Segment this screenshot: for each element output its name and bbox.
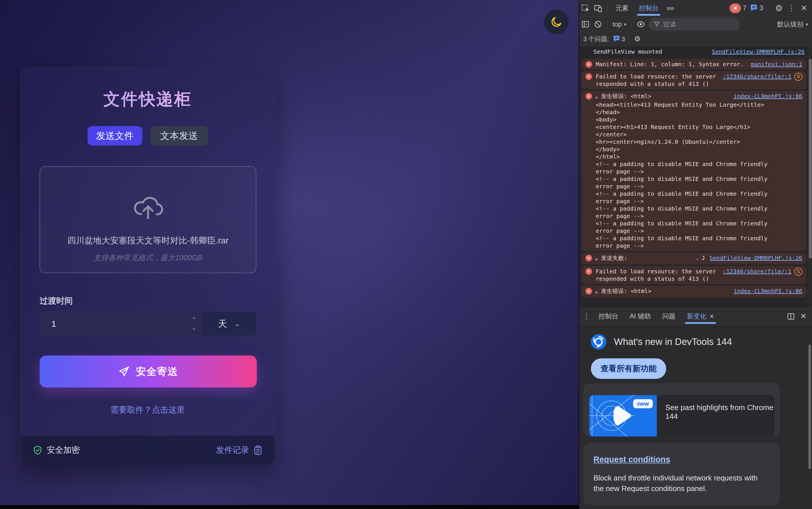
duration-label: 过渡时间 xyxy=(40,295,73,307)
tab-send-text[interactable]: 文本发送 xyxy=(150,126,208,145)
cloud-upload-icon xyxy=(131,184,166,227)
drawer-tab-console[interactable]: 控制台 xyxy=(593,308,624,324)
drawer-tab-whats-new[interactable]: 新变化 ✕ xyxy=(681,308,720,324)
console-filter[interactable] xyxy=(649,18,740,31)
pickup-link[interactable]: 需要取件？点击这里 xyxy=(21,404,275,416)
see-all-features-button[interactable]: 查看所有新功能 xyxy=(591,359,666,379)
whats-new-title: What's new in DevTools 144 xyxy=(614,336,732,347)
live-expression-eye-icon[interactable] xyxy=(635,18,647,31)
device-toolbar-icon[interactable] xyxy=(592,2,604,14)
chrome-logo-icon xyxy=(590,334,607,350)
more-tabs-icon[interactable]: »» xyxy=(664,4,676,12)
chevron-down-icon: ▾ xyxy=(624,22,626,27)
console-message-text: Manifest: Line: 1, column: 1, Syntax err… xyxy=(596,61,746,68)
toolbar-separator xyxy=(770,4,770,13)
send-records-link[interactable]: 发件记录 xyxy=(216,444,262,456)
duration-unit-select[interactable]: 天 ⌄ xyxy=(202,312,257,336)
source-link[interactable]: index-CL9mnhPI.js:86 xyxy=(734,287,802,295)
tab-send-file[interactable]: 发送文件 xyxy=(88,126,142,145)
drawer-kebab-menu-icon[interactable]: ⋮ xyxy=(580,310,593,323)
source-link[interactable]: manifest.json:1 xyxy=(751,61,802,68)
whats-new-panel: What's new in DevTools 144 查看所有新功能 new xyxy=(579,325,812,509)
drawer-tab-ai[interactable]: AI 辅助 xyxy=(624,308,656,324)
clear-console-icon[interactable] xyxy=(592,18,604,31)
toolbar-separator xyxy=(607,4,607,13)
send-button-label: 安全寄送 xyxy=(136,365,178,378)
mode-tabs: 发送文件 文本发送 xyxy=(21,126,275,145)
error-count-badge[interactable]: ✕ xyxy=(730,3,741,13)
console-message-line: <body> xyxy=(596,116,785,123)
issues-bar-count: 3 xyxy=(621,35,625,43)
tab-console[interactable]: 控制台 xyxy=(634,0,664,16)
article-title-link[interactable]: Request conditions xyxy=(594,455,670,464)
highlight-video-row[interactable]: new See past highlights from Chrome 144 xyxy=(589,395,775,437)
console-sidebar-icon[interactable] xyxy=(579,18,592,31)
duration-unit-value: 天 xyxy=(218,318,227,330)
console-message-text: Failed to load resource: the server resp… xyxy=(596,73,718,88)
duration-row: ⌃ ⌄ 天 ⌄ xyxy=(40,312,257,336)
source-link[interactable]: SendFileView-DMM0PLHF.js:26 xyxy=(710,254,802,262)
article-card: Request conditions Block and throttle in… xyxy=(583,443,780,505)
console-message-line: <head><title>413 Request Entity Too Larg… xyxy=(596,101,785,108)
funnel-icon xyxy=(653,21,660,28)
whats-new-scrollbar[interactable] xyxy=(809,326,811,508)
kebab-menu-icon[interactable]: ⋮ xyxy=(785,2,798,14)
issues-count: 3 xyxy=(759,4,763,12)
records-label: 发件记录 xyxy=(216,444,249,456)
issues-label: 3 个问题: xyxy=(583,35,609,43)
console-object-preview[interactable]: ▸J xyxy=(696,254,705,263)
drawer-tab-issues[interactable]: 问题 xyxy=(656,308,681,324)
inspect-element-icon[interactable] xyxy=(579,2,592,14)
source-link[interactable]: index-CL9mnhPI.js:86 xyxy=(734,93,802,100)
network-request-icon[interactable]: ⇅ xyxy=(794,268,802,276)
console-message: ✕Failed to load resource: the server res… xyxy=(581,71,806,89)
theme-toggle-button[interactable] xyxy=(544,10,569,34)
console-message: ✕▶发生错误: <html>index-CL9mnhPI.js:86<head>… xyxy=(581,91,806,251)
split-panel-icon[interactable] xyxy=(785,310,797,323)
close-tab-icon[interactable]: ✕ xyxy=(709,313,714,320)
console-scrollbar[interactable] xyxy=(808,46,812,308)
log-levels-select[interactable]: 默认级别 ▾ xyxy=(777,20,808,29)
video-thumbnail[interactable]: new xyxy=(589,395,657,437)
console-message: ✕Failed to load resource: the server res… xyxy=(581,266,806,284)
console-messages: SendFileView mountedSendFileView-DMM0PLH… xyxy=(579,46,809,308)
frame-context-select[interactable]: top ▾ xyxy=(610,21,629,28)
duration-value-input[interactable] xyxy=(40,312,186,336)
file-dropzone[interactable]: 四川盆地大安寨段天文等时对比-韩卿臣.rar 支持各种常见格式，最大1000GB xyxy=(39,166,257,273)
close-drawer-icon[interactable]: ✕ xyxy=(797,310,810,323)
chevron-down-icon: ⌄ xyxy=(234,320,240,328)
moon-icon xyxy=(550,16,563,28)
stepper-down-icon[interactable]: ⌄ xyxy=(191,325,196,331)
close-devtools-icon[interactable]: ✕ xyxy=(798,2,810,14)
issues-settings-gear-icon[interactable]: ⚙ xyxy=(631,33,644,45)
send-button[interactable]: 安全寄送 xyxy=(40,355,257,387)
article-text: Block and throttle individual network re… xyxy=(594,473,770,494)
expand-caret-icon[interactable]: ▶ xyxy=(596,289,598,296)
selected-filename: 四川盆地大安寨段天文等时对比-韩卿臣.rar xyxy=(67,235,229,246)
expand-caret-icon[interactable]: ▶ xyxy=(596,94,598,101)
settings-gear-icon[interactable]: ⚙ xyxy=(773,2,785,14)
shield-check-icon xyxy=(33,445,42,455)
paper-plane-icon xyxy=(119,366,130,377)
console-message: ✕Manifest: Line: 1, column: 1, Syntax er… xyxy=(581,59,806,70)
network-request-icon[interactable]: ⇅ xyxy=(794,73,802,81)
scrollbar-thumb[interactable] xyxy=(809,59,812,259)
stepper-up-icon[interactable]: ⌃ xyxy=(191,317,196,323)
source-link[interactable]: SendFileView-DMM0PLHF.js:26 xyxy=(712,48,805,55)
filter-input[interactable] xyxy=(663,21,726,28)
console-message: ✕▶发送失败:▸JSendFileView-DMM0PLHF.js:26 xyxy=(581,252,806,265)
console-toolbar: top ▾ 默认级别 ▾ xyxy=(579,17,812,32)
clipboard-icon xyxy=(253,445,262,455)
source-link[interactable]: :12346/share/file/:1 xyxy=(723,268,791,275)
console-message: ✕▶发生错误: <html>index-CL9mnhPI.js:86 xyxy=(581,285,806,298)
error-count: 7 xyxy=(743,4,746,12)
issues-bubble-icon[interactable] xyxy=(613,35,620,43)
source-link[interactable]: :12346/share/file/:1 xyxy=(723,73,791,80)
console-message-text: 发生错误: <html> xyxy=(601,93,729,100)
duration-stepper[interactable]: ⌃ ⌄ xyxy=(186,312,202,336)
expand-caret-icon[interactable]: ▶ xyxy=(596,256,598,263)
tab-elements[interactable]: 元素 xyxy=(610,0,634,16)
issues-bubble-icon[interactable] xyxy=(750,4,758,12)
scrollbar-thumb[interactable] xyxy=(809,345,811,469)
devtools-panel: 元素 控制台 »» ✕ 7 3 ⚙ ⋮ ✕ xyxy=(579,0,812,509)
